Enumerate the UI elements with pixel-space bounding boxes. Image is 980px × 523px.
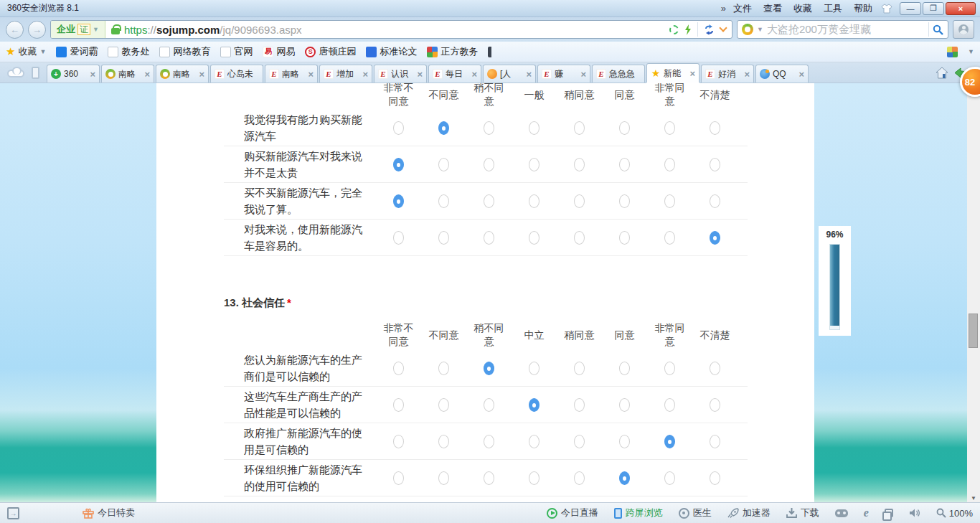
radio-unselected[interactable]: [484, 121, 494, 135]
tab-close-icon[interactable]: ×: [144, 69, 150, 80]
radio-selected[interactable]: [393, 194, 404, 208]
radio-unselected[interactable]: [619, 398, 630, 412]
tab-4[interactable]: E南略×: [265, 65, 318, 83]
menu-item-4[interactable]: 帮助: [854, 2, 872, 15]
tab-close-icon[interactable]: ×: [798, 69, 804, 80]
search-input[interactable]: 大盗抢200万黄金埋藏: [767, 23, 925, 37]
home-icon[interactable]: [936, 67, 948, 79]
tab-close-icon[interactable]: ×: [526, 69, 532, 80]
radio-unselected[interactable]: [529, 435, 540, 448]
radio-selected[interactable]: [664, 435, 675, 448]
radio-unselected[interactable]: [664, 398, 675, 412]
radio-unselected[interactable]: [393, 398, 404, 412]
tab-close-icon[interactable]: ×: [417, 69, 423, 80]
menu-item-2[interactable]: 收藏: [793, 2, 812, 15]
search-magnifier-icon[interactable]: [933, 24, 943, 35]
tab-5[interactable]: E增加×: [319, 65, 372, 83]
radio-selected[interactable]: [710, 231, 720, 245]
radio-unselected[interactable]: [529, 231, 540, 245]
radio-unselected[interactable]: [664, 121, 675, 135]
daily-deal-button[interactable]: 今日特卖: [83, 506, 135, 519]
address-dropdown-chevron-icon[interactable]: [719, 24, 727, 32]
radio-unselected[interactable]: [710, 471, 720, 485]
radio-unselected[interactable]: [484, 398, 494, 412]
bookmark-item[interactable]: 网络教育: [159, 45, 210, 58]
page-speed-icon[interactable]: [669, 25, 679, 34]
tab-12[interactable]: E好消×: [701, 65, 754, 83]
radio-unselected[interactable]: [529, 362, 540, 375]
tab-0[interactable]: +360×: [47, 65, 100, 83]
radio-unselected[interactable]: [438, 435, 449, 448]
address-bar[interactable]: 企业 证 ▼ https://sojump.com/jq/9096693.asp…: [50, 20, 732, 39]
zoom-control[interactable]: 100%: [936, 508, 973, 519]
vertical-scrollbar[interactable]: ▼: [967, 83, 980, 502]
radio-unselected[interactable]: [710, 158, 720, 171]
radio-unselected[interactable]: [664, 194, 675, 208]
mobile-phone-icon[interactable]: [32, 67, 39, 79]
menu-item-1[interactable]: 查看: [763, 2, 782, 15]
close-button[interactable]: ×: [946, 2, 976, 15]
radio-unselected[interactable]: [619, 231, 630, 245]
search-engine-caret-icon[interactable]: ▼: [757, 26, 763, 33]
radio-unselected[interactable]: [438, 194, 449, 208]
radio-unselected[interactable]: [710, 194, 720, 208]
menu-item-3[interactable]: 工具: [824, 2, 842, 15]
gamepad-icon[interactable]: [835, 509, 848, 517]
radio-unselected[interactable]: [664, 158, 675, 171]
tab-6[interactable]: E认识×: [374, 65, 427, 83]
tab-7[interactable]: E每日×: [428, 65, 481, 83]
radio-unselected[interactable]: [393, 362, 404, 375]
bookmark-apps-grid-icon[interactable]: [947, 47, 958, 57]
tab-close-icon[interactable]: ×: [580, 69, 586, 80]
radio-selected[interactable]: [438, 121, 449, 135]
radio-unselected[interactable]: [438, 398, 449, 412]
tab-3[interactable]: E心岛未: [210, 65, 263, 83]
multi-window-icon[interactable]: [885, 509, 893, 517]
booster-button[interactable]: 加速器: [727, 506, 771, 519]
radio-selected[interactable]: [529, 398, 540, 412]
lightning-bolt-icon[interactable]: [684, 24, 692, 35]
radio-unselected[interactable]: [574, 158, 585, 171]
radio-unselected[interactable]: [529, 471, 540, 485]
menu-item-0[interactable]: 文件: [733, 2, 752, 15]
user-account-button[interactable]: [953, 20, 974, 39]
tab-11[interactable]: ★新能×: [646, 63, 699, 83]
favorites-button[interactable]: ★ 收藏 ▼: [6, 45, 46, 58]
radio-unselected[interactable]: [619, 435, 630, 448]
forward-button[interactable]: →: [28, 21, 46, 39]
tab-8[interactable]: [人×: [483, 65, 536, 83]
radio-unselected[interactable]: [393, 231, 404, 245]
radio-unselected[interactable]: [438, 231, 449, 245]
bookmark-item[interactable]: 标准论文: [366, 45, 417, 58]
radio-unselected[interactable]: [710, 121, 720, 135]
bookmark-item[interactable]: 教务处: [108, 45, 149, 58]
tab-close-icon[interactable]: ×: [308, 69, 314, 80]
radio-unselected[interactable]: [664, 362, 675, 375]
radio-unselected[interactable]: [484, 158, 494, 171]
tab-close-icon[interactable]: ×: [199, 69, 204, 80]
radio-unselected[interactable]: [574, 231, 585, 245]
live-today-button[interactable]: 今日直播: [547, 506, 598, 519]
radio-selected[interactable]: [393, 158, 404, 171]
bookmark-item[interactable]: S唐顿庄园: [305, 45, 356, 58]
scrollbar-thumb[interactable]: [969, 314, 978, 348]
tab-close-icon[interactable]: ×: [744, 69, 750, 80]
radio-unselected[interactable]: [484, 194, 494, 208]
radio-unselected[interactable]: [710, 435, 720, 448]
tab-close-icon[interactable]: ×: [90, 69, 95, 80]
radio-unselected[interactable]: [529, 121, 540, 135]
radio-unselected[interactable]: [710, 398, 720, 412]
menu-overflow-chevron[interactable]: »: [721, 3, 726, 14]
radio-unselected[interactable]: [619, 194, 630, 208]
radio-unselected[interactable]: [574, 398, 585, 412]
doctor-button[interactable]: 医生: [679, 506, 712, 519]
download-button[interactable]: 下载: [786, 506, 819, 519]
radio-unselected[interactable]: [438, 362, 449, 375]
radio-unselected[interactable]: [574, 435, 585, 448]
scrollbar-down-arrow[interactable]: ▼: [967, 495, 980, 501]
radio-selected[interactable]: [484, 362, 494, 375]
tab-9[interactable]: E赚×: [537, 65, 590, 83]
radio-unselected[interactable]: [438, 471, 449, 485]
radio-unselected[interactable]: [664, 231, 675, 245]
skin-shirt-icon[interactable]: [881, 4, 892, 14]
